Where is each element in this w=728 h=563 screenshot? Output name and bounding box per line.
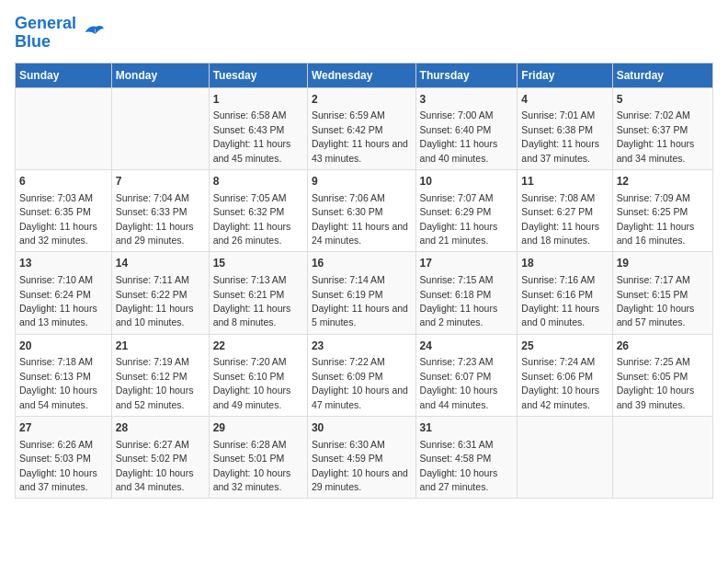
daylight-text: Daylight: 11 hours and 5 minutes. [312, 303, 408, 327]
sunset-text: Sunset: 6:16 PM [521, 289, 593, 300]
sunrise-text: Sunrise: 7:18 AM [19, 356, 93, 367]
sunrise-text: Sunrise: 7:10 AM [19, 274, 93, 285]
sunset-text: Sunset: 6:29 PM [420, 206, 492, 217]
day-cell: 3Sunrise: 7:00 AMSunset: 6:40 PMDaylight… [415, 87, 518, 169]
daylight-text: Daylight: 11 hours and 26 minutes. [213, 221, 291, 246]
day-cell: 11Sunrise: 7:08 AMSunset: 6:27 PMDayligh… [518, 169, 612, 251]
column-header-sunday: Sunday [16, 63, 112, 87]
day-number: 4 [521, 92, 608, 108]
week-row-1: 1Sunrise: 6:58 AMSunset: 6:43 PMDaylight… [16, 87, 713, 169]
daylight-text: Daylight: 11 hours and 29 minutes. [116, 221, 194, 246]
day-cell [518, 417, 612, 499]
day-number: 9 [312, 174, 412, 190]
daylight-text: Daylight: 11 hours and 43 minutes. [312, 138, 408, 163]
daylight-text: Daylight: 11 hours and 32 minutes. [19, 221, 97, 246]
column-headers: SundayMondayTuesdayWednesdayThursdayFrid… [16, 63, 713, 87]
day-cell: 14Sunrise: 7:11 AMSunset: 6:22 PMDayligh… [111, 252, 209, 334]
day-cell: 22Sunrise: 7:20 AMSunset: 6:10 PMDayligh… [209, 334, 307, 416]
sunrise-text: Sunrise: 7:15 AM [420, 274, 494, 285]
sunset-text: Sunset: 6:22 PM [116, 289, 188, 300]
daylight-text: Daylight: 10 hours and 29 minutes. [312, 467, 408, 492]
sunrise-text: Sunrise: 7:01 AM [521, 109, 595, 121]
sunset-text: Sunset: 6:38 PM [521, 124, 593, 135]
day-number: 16 [312, 256, 412, 271]
day-number: 12 [617, 174, 709, 190]
sunrise-text: Sunrise: 7:13 AM [213, 274, 287, 285]
sunrise-text: Sunrise: 7:08 AM [521, 192, 595, 203]
daylight-text: Daylight: 11 hours and 8 minutes. [213, 303, 291, 327]
sunrise-text: Sunrise: 7:20 AM [213, 356, 287, 367]
week-row-5: 27Sunrise: 6:26 AMSunset: 5:03 PMDayligh… [16, 417, 713, 499]
day-number: 23 [312, 339, 412, 354]
daylight-text: Daylight: 10 hours and 34 minutes. [116, 467, 194, 492]
page-header: General Blue [15, 15, 713, 52]
sunrise-text: Sunrise: 6:58 AM [213, 109, 287, 121]
daylight-text: Daylight: 11 hours and 0 minutes. [521, 303, 599, 327]
day-cell: 13Sunrise: 7:10 AMSunset: 6:24 PMDayligh… [16, 252, 112, 334]
day-number: 5 [617, 92, 709, 108]
day-number: 22 [213, 339, 303, 354]
day-cell: 5Sunrise: 7:02 AMSunset: 6:37 PMDaylight… [612, 87, 712, 169]
daylight-text: Daylight: 11 hours and 16 minutes. [617, 221, 695, 246]
sunrise-text: Sunrise: 7:09 AM [617, 192, 690, 203]
day-cell: 19Sunrise: 7:17 AMSunset: 6:15 PMDayligh… [612, 252, 712, 334]
day-number: 15 [213, 256, 303, 271]
sunrise-text: Sunrise: 7:22 AM [312, 356, 385, 367]
day-number: 1 [213, 92, 303, 108]
sunset-text: Sunset: 6:07 PM [420, 371, 492, 382]
day-cell: 17Sunrise: 7:15 AMSunset: 6:18 PMDayligh… [415, 252, 518, 334]
sunset-text: Sunset: 6:10 PM [213, 371, 285, 382]
day-number: 21 [116, 339, 205, 354]
day-cell: 16Sunrise: 7:14 AMSunset: 6:19 PMDayligh… [307, 252, 415, 334]
column-header-tuesday: Tuesday [209, 63, 307, 87]
sunrise-text: Sunrise: 6:28 AM [213, 439, 287, 450]
sunset-text: Sunset: 6:27 PM [521, 206, 593, 217]
sunrise-text: Sunrise: 6:59 AM [312, 109, 385, 121]
day-cell: 10Sunrise: 7:07 AMSunset: 6:29 PMDayligh… [415, 169, 518, 251]
daylight-text: Daylight: 10 hours and 37 minutes. [19, 467, 97, 492]
day-cell: 15Sunrise: 7:13 AMSunset: 6:21 PMDayligh… [209, 252, 307, 334]
daylight-text: Daylight: 10 hours and 52 minutes. [116, 385, 194, 409]
sunrise-text: Sunrise: 7:02 AM [617, 109, 690, 121]
sunset-text: Sunset: 6:33 PM [116, 206, 188, 217]
day-number: 26 [617, 339, 709, 354]
sunrise-text: Sunrise: 7:00 AM [420, 109, 494, 121]
daylight-text: Daylight: 10 hours and 47 minutes. [312, 385, 408, 409]
sunrise-text: Sunrise: 7:23 AM [420, 356, 494, 367]
sunrise-text: Sunrise: 7:19 AM [116, 356, 189, 367]
sunrise-text: Sunrise: 6:26 AM [19, 439, 93, 450]
daylight-text: Daylight: 10 hours and 57 minutes. [617, 303, 695, 327]
day-cell: 6Sunrise: 7:03 AMSunset: 6:35 PMDaylight… [16, 169, 112, 251]
daylight-text: Daylight: 10 hours and 27 minutes. [420, 467, 498, 492]
daylight-text: Daylight: 11 hours and 21 minutes. [420, 221, 498, 246]
day-cell [612, 417, 712, 499]
sunset-text: Sunset: 6:42 PM [312, 124, 383, 135]
sunset-text: Sunset: 4:59 PM [312, 453, 383, 464]
day-number: 13 [19, 256, 108, 271]
calendar-table: SundayMondayTuesdayWednesdayThursdayFrid… [15, 63, 713, 500]
sunset-text: Sunset: 6:09 PM [312, 371, 383, 382]
daylight-text: Daylight: 10 hours and 42 minutes. [521, 385, 599, 409]
sunrise-text: Sunrise: 7:06 AM [312, 192, 385, 203]
day-number: 19 [617, 256, 709, 271]
sunset-text: Sunset: 6:13 PM [19, 371, 91, 382]
day-cell: 30Sunrise: 6:30 AMSunset: 4:59 PMDayligh… [307, 417, 415, 499]
day-cell: 24Sunrise: 7:23 AMSunset: 6:07 PMDayligh… [415, 334, 518, 416]
sunrise-text: Sunrise: 7:04 AM [116, 192, 189, 203]
day-cell: 27Sunrise: 6:26 AMSunset: 5:03 PMDayligh… [16, 417, 112, 499]
logo-text: General Blue [15, 15, 76, 52]
sunrise-text: Sunrise: 7:03 AM [19, 192, 93, 203]
calendar-body: 1Sunrise: 6:58 AMSunset: 6:43 PMDaylight… [16, 87, 713, 499]
daylight-text: Daylight: 11 hours and 24 minutes. [312, 221, 408, 246]
day-number: 31 [420, 420, 514, 436]
sunrise-text: Sunrise: 7:14 AM [312, 274, 385, 285]
sunset-text: Sunset: 5:03 PM [19, 453, 91, 464]
sunrise-text: Sunrise: 7:11 AM [116, 274, 189, 285]
sunset-text: Sunset: 6:43 PM [213, 124, 285, 135]
column-header-thursday: Thursday [415, 63, 518, 87]
sunrise-text: Sunrise: 7:17 AM [617, 274, 690, 285]
sunset-text: Sunset: 6:40 PM [420, 124, 492, 135]
sunset-text: Sunset: 6:35 PM [19, 206, 91, 217]
day-number: 8 [213, 174, 303, 190]
day-cell: 29Sunrise: 6:28 AMSunset: 5:01 PMDayligh… [209, 417, 307, 499]
